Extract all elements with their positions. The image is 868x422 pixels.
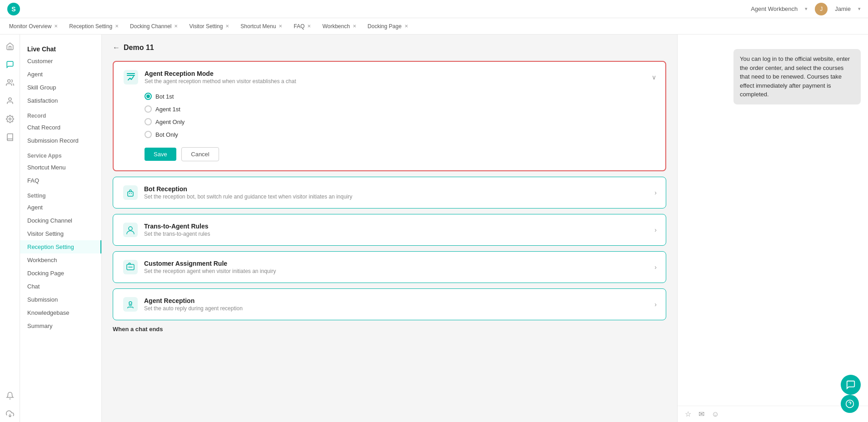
sidebar-item-skill-group[interactable]: Skill Group <box>20 81 101 94</box>
card-subtitle-agent-reception-mode: Set the agent reception method when visi… <box>145 78 296 84</box>
save-button[interactable]: Save <box>145 148 176 161</box>
sidebar-item-chat[interactable]: Chat <box>20 280 101 293</box>
card-header-left: Agent Reception Mode Set the agent recep… <box>123 69 296 85</box>
sidebar-item-workbench[interactable]: Workbench <box>20 253 101 267</box>
nav-book-icon[interactable] <box>2 129 18 145</box>
sidebar-item-summary[interactable]: Summary <box>20 319 101 333</box>
tab-shortcut-menu[interactable]: Shortcut Menu ✕ <box>235 18 288 35</box>
tab-close-docking-channel[interactable]: ✕ <box>174 24 178 29</box>
cancel-button[interactable]: Cancel <box>181 147 219 161</box>
card-agent-reception-header[interactable]: Agent Reception Set the auto reply durin… <box>113 289 666 320</box>
card-customer-assignment-header[interactable]: Customer Assignment Rule Set the recepti… <box>113 252 666 283</box>
sidebar-item-customer[interactable]: Customer <box>20 55 101 68</box>
sidebar-item-submission-record[interactable]: Submission Record <box>20 134 101 147</box>
card-title-agent-reception-mode: Agent Reception Mode <box>145 70 296 77</box>
sidebar-group-setting: Setting <box>20 187 101 201</box>
tab-faq[interactable]: FAQ ✕ <box>288 18 317 35</box>
sidebar-item-agent[interactable]: Agent <box>20 68 101 81</box>
card-subtitle-customer-assignment: Set the reception agent when visitor ini… <box>144 268 276 274</box>
sidebar-item-docking-channel[interactable]: Docking Channel <box>20 214 101 227</box>
card-body-agent-reception-mode: Bot 1st Agent 1st Agent Only Bot On <box>114 93 665 170</box>
sidebar: Live Chat Customer Agent Skill Group Sat… <box>20 35 102 422</box>
radio-option-agent-only[interactable]: Agent Only <box>145 118 656 125</box>
card-title-bot-reception: Bot Reception <box>144 185 352 193</box>
card-trans-to-agent-header[interactable]: Trans-to-Agent Rules Set the trans-to-ag… <box>113 214 666 245</box>
tabs-bar: Monitor Overview ✕ Reception Setting ✕ D… <box>0 18 868 35</box>
user-name[interactable]: Jamie <box>835 5 851 12</box>
sidebar-item-knowledgebase[interactable]: Knowledgebase <box>20 306 101 319</box>
top-bar-right: Agent Workbench ▾ J Jamie ▾ <box>751 3 861 15</box>
svg-rect-4 <box>124 70 138 84</box>
icon-nav <box>0 35 20 422</box>
help-fab-button[interactable] <box>841 395 859 413</box>
tab-monitor-overview[interactable]: Monitor Overview ✕ <box>4 18 64 35</box>
nav-bell-icon[interactable] <box>2 387 18 404</box>
svg-rect-5 <box>123 185 138 200</box>
tab-visitor-setting[interactable]: Visitor Setting ✕ <box>184 18 235 35</box>
page-title: Demo 11 <box>124 44 154 52</box>
card-bot-reception-header[interactable]: Bot Reception Set the reception bot, bot… <box>113 177 666 208</box>
sidebar-main-title: Live Chat <box>20 42 101 55</box>
card-agent-reception-mode-header[interactable]: Agent Reception Mode Set the agent recep… <box>114 62 665 93</box>
card-title-trans-to-agent: Trans-to-Agent Rules <box>144 223 210 230</box>
chevron-up-icon: ∨ <box>652 74 656 81</box>
emoji-action-icon[interactable]: ☺ <box>712 410 719 418</box>
tab-close-shortcut-menu[interactable]: ✕ <box>279 24 282 29</box>
back-button[interactable]: ← <box>113 44 120 52</box>
tab-close-faq[interactable]: ✕ <box>307 24 311 29</box>
card-subtitle-agent-reception: Set the auto reply during agent receptio… <box>144 305 243 312</box>
sidebar-item-docking-page[interactable]: Docking Page <box>20 267 101 280</box>
tab-close-docking-page[interactable]: ✕ <box>404 24 408 29</box>
card-subtitle-bot-reception: Set the reception bot, bot switch rule a… <box>144 194 352 200</box>
tab-docking-page[interactable]: Docking Page ✕ <box>362 18 414 35</box>
tab-docking-channel[interactable]: Docking Channel ✕ <box>125 18 184 35</box>
radio-option-bot-1st[interactable]: Bot 1st <box>145 93 656 100</box>
tab-workbench[interactable]: Workbench ✕ <box>317 18 362 35</box>
content-area: ← Demo 11 Agent <box>102 35 868 422</box>
main-layout: Live Chat Customer Agent Skill Group Sat… <box>0 35 868 422</box>
top-bar: S Agent Workbench ▾ J Jamie ▾ <box>0 0 868 18</box>
radio-option-agent-1st[interactable]: Agent 1st <box>145 105 656 113</box>
nav-home-icon[interactable] <box>2 38 18 55</box>
tab-close-reception-setting[interactable]: ✕ <box>115 24 119 29</box>
sidebar-item-setting-agent[interactable]: Agent <box>20 201 101 214</box>
chat-fab-button[interactable] <box>841 375 861 395</box>
radio-option-bot-only[interactable]: Bot Only <box>145 131 656 138</box>
chevron-right-icon-agent-reception: › <box>654 301 657 308</box>
star-action-icon[interactable]: ☆ <box>685 410 691 418</box>
avatar: J <box>815 3 828 15</box>
tab-close-visitor-setting[interactable]: ✕ <box>225 24 229 29</box>
nav-chat-icon[interactable] <box>2 56 18 73</box>
sidebar-group-record: Record <box>20 107 101 121</box>
tab-close-workbench[interactable]: ✕ <box>353 24 356 29</box>
radio-circle-agent-only <box>145 118 152 125</box>
sidebar-group-service-apps: Service Apps <box>20 147 101 161</box>
sidebar-item-chat-record[interactable]: Chat Record <box>20 121 101 134</box>
sidebar-item-satisfaction[interactable]: Satisfaction <box>20 94 101 107</box>
nav-person-icon[interactable] <box>2 93 18 109</box>
svg-point-2 <box>9 118 11 120</box>
svg-rect-9 <box>123 223 138 237</box>
card-agent-reception: Agent Reception Set the auto reply durin… <box>113 288 666 320</box>
sidebar-item-reception-setting[interactable]: Reception Setting <box>20 240 101 253</box>
tab-reception-setting[interactable]: Reception Setting ✕ <box>64 18 125 35</box>
bot-reception-icon <box>122 184 139 201</box>
agent-workbench-label[interactable]: Agent Workbench <box>751 5 798 12</box>
sidebar-item-shortcut-menu[interactable]: Shortcut Menu <box>20 161 101 174</box>
sidebar-item-submission[interactable]: Submission <box>20 293 101 306</box>
section-label-when-chat-ends: When a chat ends <box>113 326 666 333</box>
nav-settings-icon[interactable] <box>2 111 18 127</box>
nav-download-icon[interactable] <box>2 406 18 422</box>
chat-bubble: You can log in to the official website, … <box>733 49 861 104</box>
sidebar-item-visitor-setting[interactable]: Visitor Setting <box>20 227 101 240</box>
card-subtitle-trans-to-agent: Set the trans-to-agent rules <box>144 231 210 237</box>
chat-actions: ☆ ✉ ☺ <box>678 406 868 422</box>
main-content: ← Demo 11 Agent <box>102 35 677 422</box>
sidebar-item-faq[interactable]: FAQ <box>20 174 101 187</box>
mail-action-icon[interactable]: ✉ <box>698 410 704 418</box>
card-bot-reception: Bot Reception Set the reception bot, bot… <box>113 177 666 209</box>
nav-group-icon[interactable] <box>2 74 18 91</box>
customer-assignment-icon <box>122 259 139 275</box>
page-header: ← Demo 11 <box>113 44 666 52</box>
tab-close-monitor-overview[interactable]: ✕ <box>54 24 58 29</box>
